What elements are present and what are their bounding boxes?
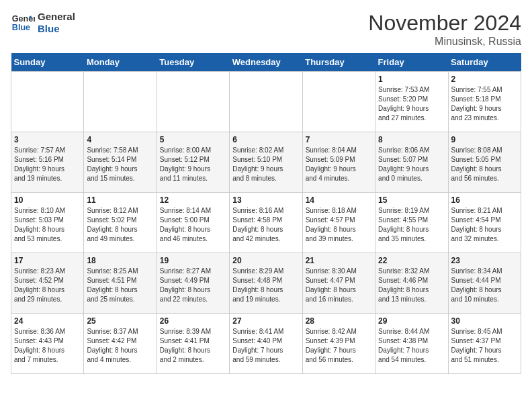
header-tuesday: Tuesday (157, 53, 229, 72)
header-wednesday: Wednesday (230, 53, 302, 72)
cell-content: Sunrise: 8:06 AM Sunset: 5:07 PM Dayligh… (378, 146, 445, 183)
svg-text:Blue: Blue (12, 23, 30, 32)
day-number: 3 (14, 135, 81, 144)
calendar-cell: 27Sunrise: 8:41 AM Sunset: 4:40 PM Dayli… (230, 314, 302, 374)
cell-content: Sunrise: 7:58 AM Sunset: 5:14 PM Dayligh… (87, 146, 153, 183)
cell-content: Sunrise: 7:55 AM Sunset: 5:18 PM Dayligh… (451, 85, 518, 123)
calendar-cell (230, 72, 302, 132)
day-number: 6 (232, 135, 299, 144)
cell-content: Sunrise: 8:36 AM Sunset: 4:43 PM Dayligh… (14, 327, 81, 365)
logo: General Blue General Blue (11, 11, 75, 35)
calendar-header-row: SundayMondayTuesdayWednesdayThursdayFrid… (11, 53, 521, 72)
calendar-cell: 4Sunrise: 7:58 AM Sunset: 5:14 PM Daylig… (84, 132, 157, 193)
calendar-cell: 9Sunrise: 8:08 AM Sunset: 5:05 PM Daylig… (448, 132, 521, 193)
calendar-cell: 12Sunrise: 8:14 AM Sunset: 5:00 PM Dayli… (157, 193, 229, 253)
cell-content: Sunrise: 8:00 AM Sunset: 5:12 PM Dayligh… (160, 146, 226, 183)
calendar-cell: 5Sunrise: 8:00 AM Sunset: 5:12 PM Daylig… (157, 132, 229, 193)
cell-content: Sunrise: 8:23 AM Sunset: 4:52 PM Dayligh… (14, 267, 81, 304)
week-row-0: 1Sunrise: 7:53 AM Sunset: 5:20 PM Daylig… (11, 72, 521, 132)
calendar-cell: 25Sunrise: 8:37 AM Sunset: 4:42 PM Dayli… (84, 314, 157, 374)
week-row-4: 24Sunrise: 8:36 AM Sunset: 4:43 PM Dayli… (11, 314, 521, 374)
header-friday: Friday (375, 53, 448, 72)
calendar-cell: 20Sunrise: 8:29 AM Sunset: 4:48 PM Dayli… (230, 253, 302, 314)
cell-content: Sunrise: 8:30 AM Sunset: 4:47 PM Dayligh… (306, 267, 372, 304)
calendar-cell: 30Sunrise: 8:45 AM Sunset: 4:37 PM Dayli… (448, 314, 521, 374)
day-number: 19 (160, 256, 226, 265)
day-number: 9 (451, 135, 518, 144)
header-saturday: Saturday (448, 53, 521, 72)
cell-content: Sunrise: 8:42 AM Sunset: 4:39 PM Dayligh… (306, 327, 372, 365)
cell-content: Sunrise: 8:21 AM Sunset: 4:54 PM Dayligh… (451, 206, 518, 244)
day-number: 28 (306, 316, 372, 326)
week-row-3: 17Sunrise: 8:23 AM Sunset: 4:52 PM Dayli… (11, 253, 521, 314)
cell-content: Sunrise: 8:02 AM Sunset: 5:10 PM Dayligh… (232, 146, 299, 183)
cell-content: Sunrise: 8:32 AM Sunset: 4:46 PM Dayligh… (378, 267, 445, 304)
calendar-cell: 11Sunrise: 8:12 AM Sunset: 5:02 PM Dayli… (84, 193, 157, 253)
calendar-cell: 1Sunrise: 7:53 AM Sunset: 5:20 PM Daylig… (375, 72, 448, 132)
day-number: 13 (232, 195, 299, 205)
cell-content: Sunrise: 8:10 AM Sunset: 5:03 PM Dayligh… (14, 206, 81, 244)
logo-line2: Blue (38, 23, 75, 35)
week-row-2: 10Sunrise: 8:10 AM Sunset: 5:03 PM Dayli… (11, 193, 521, 253)
calendar-cell: 22Sunrise: 8:32 AM Sunset: 4:46 PM Dayli… (375, 253, 448, 314)
day-number: 14 (306, 195, 372, 205)
cell-content: Sunrise: 8:29 AM Sunset: 4:48 PM Dayligh… (232, 267, 299, 304)
day-number: 4 (87, 135, 153, 144)
day-number: 27 (232, 316, 299, 326)
cell-content: Sunrise: 8:25 AM Sunset: 4:51 PM Dayligh… (87, 267, 153, 304)
calendar-cell: 16Sunrise: 8:21 AM Sunset: 4:54 PM Dayli… (448, 193, 521, 253)
cell-content: Sunrise: 8:39 AM Sunset: 4:41 PM Dayligh… (160, 327, 226, 365)
day-number: 23 (451, 256, 518, 265)
day-number: 8 (378, 135, 445, 144)
day-number: 12 (160, 195, 226, 205)
day-number: 24 (14, 316, 81, 326)
calendar-cell: 18Sunrise: 8:25 AM Sunset: 4:51 PM Dayli… (84, 253, 157, 314)
day-number: 25 (87, 316, 153, 326)
day-number: 21 (306, 256, 372, 265)
month-title: November 2024 (368, 11, 521, 36)
calendar-cell (11, 72, 84, 132)
cell-content: Sunrise: 8:19 AM Sunset: 4:55 PM Dayligh… (378, 206, 445, 244)
calendar-cell: 2Sunrise: 7:55 AM Sunset: 5:18 PM Daylig… (448, 72, 521, 132)
cell-content: Sunrise: 8:18 AM Sunset: 4:57 PM Dayligh… (306, 206, 372, 244)
calendar-cell: 8Sunrise: 8:06 AM Sunset: 5:07 PM Daylig… (375, 132, 448, 193)
calendar-cell: 6Sunrise: 8:02 AM Sunset: 5:10 PM Daylig… (230, 132, 302, 193)
calendar-cell: 19Sunrise: 8:27 AM Sunset: 4:49 PM Dayli… (157, 253, 229, 314)
day-number: 2 (451, 75, 518, 84)
calendar-cell: 13Sunrise: 8:16 AM Sunset: 4:58 PM Dayli… (230, 193, 302, 253)
cell-content: Sunrise: 8:44 AM Sunset: 4:38 PM Dayligh… (378, 327, 445, 365)
day-number: 5 (160, 135, 226, 144)
logo-icon: General Blue (11, 11, 35, 35)
cell-content: Sunrise: 8:34 AM Sunset: 4:44 PM Dayligh… (451, 267, 518, 304)
cell-content: Sunrise: 8:12 AM Sunset: 5:02 PM Dayligh… (87, 206, 153, 244)
day-number: 15 (378, 195, 445, 205)
calendar-cell: 7Sunrise: 8:04 AM Sunset: 5:09 PM Daylig… (302, 132, 375, 193)
location: Minusinsk, Russia (368, 36, 521, 48)
day-number: 16 (451, 195, 518, 205)
logo-line1: General (38, 11, 75, 23)
cell-content: Sunrise: 8:27 AM Sunset: 4:49 PM Dayligh… (160, 267, 226, 304)
day-number: 26 (160, 316, 226, 326)
cell-content: Sunrise: 8:45 AM Sunset: 4:37 PM Dayligh… (451, 327, 518, 365)
day-number: 30 (451, 316, 518, 326)
header: General Blue General Blue November 2024 … (11, 11, 521, 48)
calendar-cell: 14Sunrise: 8:18 AM Sunset: 4:57 PM Dayli… (302, 193, 375, 253)
cell-content: Sunrise: 8:16 AM Sunset: 4:58 PM Dayligh… (232, 206, 299, 244)
day-number: 10 (14, 195, 81, 205)
week-row-1: 3Sunrise: 7:57 AM Sunset: 5:16 PM Daylig… (11, 132, 521, 193)
calendar-cell: 29Sunrise: 8:44 AM Sunset: 4:38 PM Dayli… (375, 314, 448, 374)
cell-content: Sunrise: 7:53 AM Sunset: 5:20 PM Dayligh… (378, 85, 445, 123)
calendar-cell: 10Sunrise: 8:10 AM Sunset: 5:03 PM Dayli… (11, 193, 84, 253)
cell-content: Sunrise: 8:14 AM Sunset: 5:00 PM Dayligh… (160, 206, 226, 244)
day-number: 20 (232, 256, 299, 265)
calendar-cell: 21Sunrise: 8:30 AM Sunset: 4:47 PM Dayli… (302, 253, 375, 314)
day-number: 11 (87, 195, 153, 205)
calendar-table: SundayMondayTuesdayWednesdayThursdayFrid… (11, 53, 521, 374)
calendar-cell (84, 72, 157, 132)
day-number: 7 (306, 135, 372, 144)
calendar-cell: 15Sunrise: 8:19 AM Sunset: 4:55 PM Dayli… (375, 193, 448, 253)
cell-content: Sunrise: 7:57 AM Sunset: 5:16 PM Dayligh… (14, 146, 81, 183)
title-area: November 2024 Minusinsk, Russia (368, 11, 521, 48)
calendar-cell: 17Sunrise: 8:23 AM Sunset: 4:52 PM Dayli… (11, 253, 84, 314)
header-sunday: Sunday (11, 53, 84, 72)
